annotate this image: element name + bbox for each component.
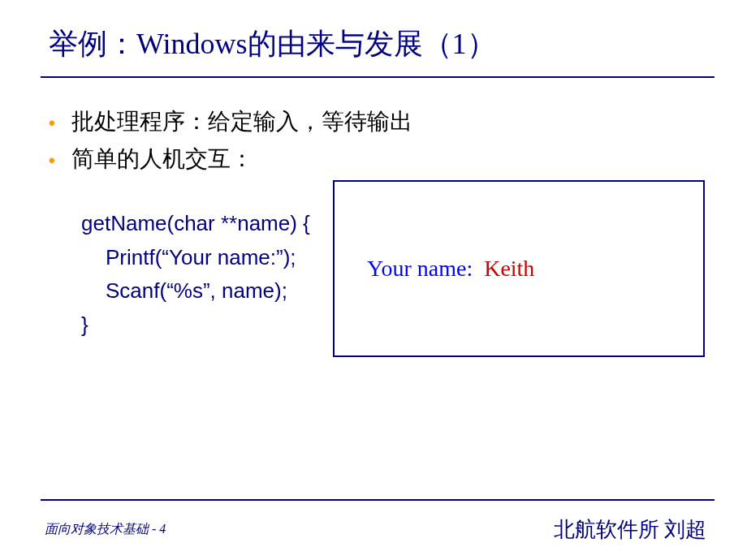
footer-left-text: 面向对象技术基础 - 4 <box>45 521 166 538</box>
footer-content: 面向对象技术基础 - 4 北航软件所 刘超 <box>0 501 747 544</box>
list-item: • 简单的人机交互： <box>49 144 747 174</box>
bullet-list: • 批处理程序：给定输入，等待输出 • 简单的人机交互： <box>49 106 747 174</box>
list-item: • 批处理程序：给定输入，等待输出 <box>49 106 747 137</box>
output-box: Your name: Keith <box>333 180 705 357</box>
bullet-text: 批处理程序：给定输入，等待输出 <box>71 106 412 137</box>
footer: 面向对象技术基础 - 4 北航软件所 刘超 <box>0 499 747 544</box>
slide-title: 举例：Windows的由来与发展（1） <box>0 0 747 76</box>
bullet-text: 简单的人机交互： <box>71 144 253 174</box>
output-label: Your name: <box>367 256 473 282</box>
bullet-icon: • <box>49 150 55 171</box>
bullet-icon: • <box>49 113 55 134</box>
footer-right-text: 北航软件所 刘超 <box>554 515 707 544</box>
output-value: Keith <box>484 256 534 282</box>
